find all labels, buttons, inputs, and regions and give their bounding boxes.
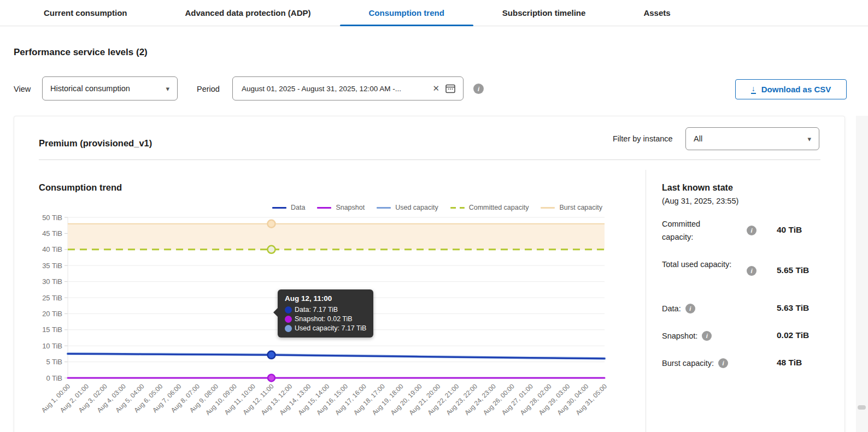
stat-label: Data: — [662, 304, 681, 313]
y-axis-label: 30 TiB — [42, 277, 62, 286]
last-known-state-panel: Last known state (Aug 31, 2025, 23:55) C… — [662, 183, 826, 368]
series-dot — [285, 306, 292, 313]
period-info-icon[interactable]: i — [473, 84, 484, 94]
chart-legend: DataSnapshotUsed capacityCommitted capac… — [272, 204, 602, 211]
legend-swatch — [541, 207, 555, 209]
period-input[interactable]: August 01, 2025 - August 31, 2025, 12:00… — [232, 76, 464, 100]
y-axis-label: 25 TiB — [42, 294, 62, 302]
y-axis-label: 35 TiB — [42, 262, 62, 270]
page-title: Performance service levels (2) — [14, 47, 148, 58]
scrollbar[interactable] — [856, 116, 868, 432]
tooltip-row: Snapshot: 0.02 TiB — [285, 315, 366, 323]
legend-item-used-capacity[interactable]: Used capacity — [377, 204, 438, 211]
panel-divider — [646, 170, 646, 432]
tooltip-text: Data: 7.17 TiB — [295, 306, 338, 313]
y-axis-label: 40 TiB — [42, 245, 62, 253]
info-icon[interactable]: i — [747, 226, 756, 235]
info-icon[interactable]: i — [718, 358, 728, 368]
calendar-icon[interactable] — [444, 82, 456, 94]
stat-value: 5.63 TiB — [777, 303, 809, 313]
legend-swatch — [317, 207, 331, 209]
stat-label: Burst capacity: — [662, 359, 714, 368]
stat-label: Snapshot: — [662, 332, 697, 340]
legend-item-data[interactable]: Data — [272, 204, 305, 211]
y-axis-label: 20 TiB — [42, 310, 62, 318]
tooltip-row: Used capacity: 7.17 TiB — [285, 324, 366, 332]
legend-swatch — [272, 207, 286, 209]
service-level-card: Premium (provisioned_v1) Filter by insta… — [14, 116, 845, 432]
card-separator — [39, 159, 820, 160]
y-axis-label: 0 TiB — [46, 374, 62, 382]
card-title: Premium (provisioned_v1) — [39, 138, 152, 149]
view-dropdown[interactable]: Historical consumption ▾ — [42, 76, 178, 100]
scrollbar-thumb[interactable] — [858, 405, 866, 410]
y-axis-label: 50 TiB — [42, 214, 62, 222]
download-csv-label: Download as CSV — [761, 85, 831, 94]
legend-label: Data — [291, 204, 305, 211]
legend-label: Committed capacity — [469, 204, 529, 211]
consumption-dashboard: Current consumption Advanced data protec… — [0, 0, 868, 432]
legend-label: Snapshot — [336, 204, 365, 211]
stat-row-total-used-capacity: Total used capacity: i 5.65 TiB — [662, 258, 826, 286]
stat-value: 48 TiB — [777, 358, 802, 368]
burst-capacity-band — [68, 224, 605, 250]
highlight-point — [267, 220, 275, 228]
chevron-down-icon: ▾ — [807, 135, 811, 143]
period-value: August 01, 2025 - August 31, 2025, 12:00… — [242, 85, 427, 93]
tab-current-consumption[interactable]: Current consumption — [15, 0, 156, 26]
panel-title: Last known state — [662, 183, 826, 193]
legend-item-burst-capacity[interactable]: Burst capacity — [541, 204, 602, 211]
tooltip-text: Used capacity: 7.17 TiB — [295, 324, 366, 332]
tab-consumption-trend[interactable]: Consumption trend — [340, 0, 473, 26]
view-dropdown-value: Historical consumption — [50, 84, 130, 93]
tab-bar: Current consumption Advanced data protec… — [0, 0, 868, 26]
tooltip-row: Data: 7.17 TiB — [285, 306, 366, 313]
tooltip-text: Snapshot: 0.02 TiB — [295, 315, 353, 323]
download-csv-button[interactable]: ↓ Download as CSV — [735, 79, 847, 99]
legend-item-snapshot[interactable]: Snapshot — [317, 204, 365, 211]
clear-icon[interactable]: ✕ — [427, 84, 444, 93]
series-dot — [285, 325, 292, 332]
stat-value: 5.65 TiB — [777, 265, 809, 275]
info-icon[interactable]: i — [747, 266, 756, 276]
highlight-point — [267, 351, 275, 359]
series-dot — [285, 316, 292, 323]
filter-by-instance-label: Filter by instance — [613, 134, 673, 143]
legend-swatch — [377, 207, 391, 209]
tab-advanced-data-protection[interactable]: Advanced data protection (ADP) — [156, 0, 340, 26]
instance-filter-dropdown[interactable]: All ▾ — [685, 127, 819, 150]
download-icon: ↓ — [751, 85, 756, 94]
tab-assets[interactable]: Assets — [614, 0, 699, 26]
stat-label: Total used capacity: — [662, 258, 733, 271]
stat-label: Committed capacity: — [662, 217, 733, 244]
chart-tooltip: Aug 12, 11:00 Data: 7.17 TiBSnapshot: 0.… — [278, 289, 373, 338]
tab-subscription-timeline[interactable]: Subscription timeline — [473, 0, 615, 26]
chevron-down-icon: ▾ — [166, 85, 169, 93]
period-label: Period — [197, 85, 220, 93]
stat-row-data: Data: i 5.63 TiB — [662, 303, 826, 313]
stat-value: 40 TiB — [777, 225, 802, 235]
highlight-point — [267, 246, 275, 253]
legend-label: Used capacity — [395, 204, 438, 211]
highlight-point — [268, 374, 275, 381]
panel-subtitle: (Aug 31, 2025, 23:55) — [662, 197, 826, 205]
instance-filter-value: All — [694, 134, 702, 143]
info-icon[interactable]: i — [702, 331, 712, 341]
y-axis-label: 15 TiB — [42, 326, 62, 334]
stat-row-committed-capacity: Committed capacity: i 40 TiB — [662, 217, 826, 246]
tooltip-title: Aug 12, 11:00 — [285, 294, 366, 303]
chart-title: Consumption trend — [39, 182, 122, 193]
stat-row-snapshot: Snapshot: i 0.02 TiB — [662, 330, 826, 341]
info-icon[interactable]: i — [685, 304, 695, 313]
stat-row-burst-capacity: Burst capacity: i 48 TiB — [662, 358, 826, 368]
legend-label: Burst capacity — [559, 204, 602, 211]
y-axis-label: 45 TiB — [42, 229, 62, 238]
stat-value: 0.02 TiB — [777, 330, 809, 340]
legend-swatch — [450, 207, 465, 209]
y-axis-label: 10 TiB — [42, 342, 62, 350]
legend-item-committed-capacity[interactable]: Committed capacity — [450, 204, 529, 211]
view-label: View — [14, 85, 31, 93]
y-axis-label: 5 TiB — [46, 358, 62, 366]
